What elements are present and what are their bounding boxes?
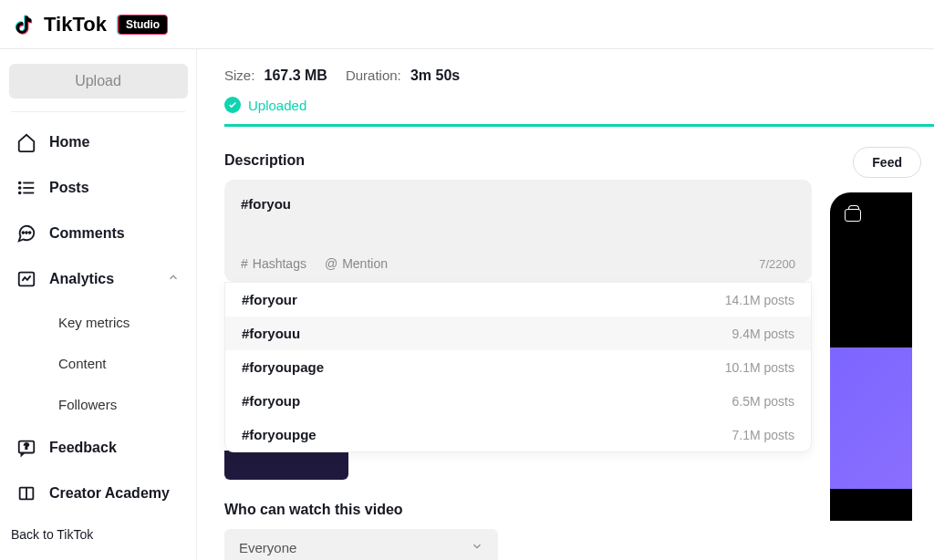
suggestion-count: 9.4M posts xyxy=(732,327,794,341)
suggestion-count: 14.1M posts xyxy=(725,293,794,307)
sidebar-item-label: Posts xyxy=(49,180,89,196)
sidebar-item-label: Feedback xyxy=(49,440,117,456)
mention-button[interactable]: @ Mention xyxy=(325,256,388,271)
duration-label: Duration: xyxy=(346,67,401,83)
phone-preview xyxy=(830,192,912,521)
feed-button[interactable]: Feed xyxy=(853,147,921,178)
sidebar-item-analytics[interactable]: Analytics xyxy=(7,256,189,302)
sidebar-item-label: Comments xyxy=(49,225,125,242)
svg-point-5 xyxy=(19,192,21,194)
svg-text:?: ? xyxy=(24,441,29,451)
upload-button[interactable]: Upload xyxy=(9,64,188,99)
academy-icon xyxy=(16,483,36,503)
sidebar-item-label: Content xyxy=(58,356,107,371)
size-label: Size: xyxy=(224,67,254,83)
hashtags-button[interactable]: # Hashtags xyxy=(241,256,306,271)
size-value: 167.3 MB xyxy=(265,67,327,83)
brand-logo[interactable]: TikTok Studio xyxy=(15,13,168,36)
hashtag-suggestion[interactable]: #foryouu 9.4M posts xyxy=(225,316,811,350)
sidebar-subitem-content[interactable]: Content xyxy=(7,343,189,384)
sidebar-subitem-followers[interactable]: Followers xyxy=(7,384,189,425)
progress-bar xyxy=(224,124,934,127)
sidebar-item-comments[interactable]: Comments xyxy=(7,211,189,256)
suggestion-tag: #foryoup xyxy=(242,393,300,409)
sidebar-item-label: Key metrics xyxy=(58,315,130,330)
brand-text: TikTok xyxy=(44,13,107,36)
sidebar-item-home[interactable]: Home xyxy=(7,119,189,165)
hashtag-suggestion[interactable]: #foryoupage 10.1M posts xyxy=(225,350,811,384)
svg-point-8 xyxy=(29,232,31,233)
cover-thumbnail[interactable] xyxy=(224,451,348,480)
upload-status: Uploaded xyxy=(224,97,912,124)
analytics-icon xyxy=(16,269,36,289)
hashtag-suggestions: #foryour 14.1M posts #foryouu 9.4M posts… xyxy=(224,282,812,452)
sidebar-item-label: Analytics xyxy=(49,271,114,287)
suggestion-tag: #foryour xyxy=(242,292,297,307)
svg-point-7 xyxy=(26,232,27,233)
back-to-tiktok-link[interactable]: Back to TikTok xyxy=(7,516,189,553)
char-count: 7/2200 xyxy=(759,257,795,271)
sidebar-item-feedback[interactable]: ? Feedback xyxy=(7,425,189,471)
sidebar-item-label: Creator Academy xyxy=(49,485,170,502)
hashtag-suggestion[interactable]: #foryour 14.1M posts xyxy=(225,283,811,316)
upload-meta: Size: 167.3 MB Duration: 3m 50s xyxy=(224,67,912,84)
visibility-title: Who can watch this video xyxy=(224,502,812,518)
visibility-select[interactable]: Everyone xyxy=(224,529,498,560)
status-text: Uploaded xyxy=(248,98,306,113)
suggestion-tag: #foryouu xyxy=(242,326,300,341)
sidebar-item-label: Followers xyxy=(58,397,117,412)
comment-icon xyxy=(16,223,36,244)
divider xyxy=(11,111,185,112)
home-icon xyxy=(16,132,36,152)
sidebar-item-label: Home xyxy=(49,134,89,150)
video-preview xyxy=(830,347,912,489)
live-icon xyxy=(845,209,861,222)
suggestion-count: 7.1M posts xyxy=(732,428,794,442)
suggestion-tag: #foryoupage xyxy=(242,359,324,375)
visibility-value: Everyone xyxy=(239,540,296,555)
at-icon: @ xyxy=(325,256,337,271)
suggestion-count: 10.1M posts xyxy=(725,360,794,375)
suggestion-tag: #foryoupge xyxy=(242,427,317,442)
description-title: Description xyxy=(224,152,812,169)
sidebar-item-creator-academy[interactable]: Creator Academy xyxy=(7,471,189,516)
sidebar-subitem-key-metrics[interactable]: Key metrics xyxy=(7,302,189,343)
suggestion-count: 6.5M posts xyxy=(732,394,794,409)
hash-icon: # xyxy=(241,256,248,271)
app-header: TikTok Studio xyxy=(0,0,934,49)
sidebar-item-posts[interactable]: Posts xyxy=(7,165,189,211)
duration-value: 3m 50s xyxy=(410,67,460,83)
description-input[interactable]: #foryou # Hashtags @ Mention 7/2200 xyxy=(224,180,812,282)
chevron-up-icon xyxy=(167,271,180,287)
svg-point-6 xyxy=(22,232,24,233)
main-content: Size: 167.3 MB Duration: 3m 50s Uploaded… xyxy=(197,49,934,560)
list-icon xyxy=(16,178,36,198)
sidebar: Upload Home Posts Comments xyxy=(0,49,197,560)
svg-point-3 xyxy=(19,182,21,184)
chevron-down-icon xyxy=(471,540,483,555)
preview-column: Feed xyxy=(839,152,912,560)
tiktok-note-icon xyxy=(15,13,36,36)
description-value: #foryou xyxy=(241,196,795,212)
svg-point-4 xyxy=(19,187,21,189)
hashtag-suggestion[interactable]: #foryoup 6.5M posts xyxy=(225,384,811,418)
check-icon xyxy=(224,97,241,113)
feedback-icon: ? xyxy=(16,438,36,458)
studio-badge: Studio xyxy=(118,15,168,35)
hashtag-suggestion[interactable]: #foryoupge 7.1M posts xyxy=(225,418,811,451)
